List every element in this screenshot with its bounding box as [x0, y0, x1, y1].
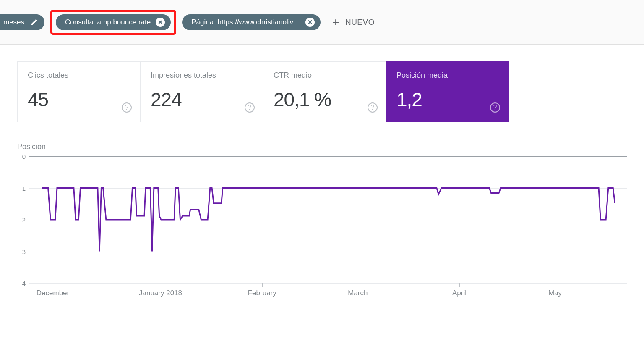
page-filter-chip[interactable]: Página: https://www.christianoliv… ✕ — [182, 14, 321, 30]
x-tick-label: April — [452, 289, 467, 297]
help-icon[interactable]: ? — [245, 102, 255, 113]
y-tick-label: 2 — [17, 216, 26, 223]
y-tick-label: 3 — [17, 248, 26, 255]
help-icon[interactable]: ? — [490, 102, 500, 113]
app-frame: meses Consulta: amp bounce rate ✕ Página… — [0, 0, 644, 352]
content-area: Clics totales45?Impresiones totales224?C… — [0, 45, 644, 352]
query-filter-chip[interactable]: Consulta: amp bounce rate ✕ — [56, 14, 171, 30]
metric-card[interactable]: Impresiones totales224? — [140, 61, 263, 122]
x-tick — [161, 283, 161, 287]
highlighted-filter: Consulta: amp bounce rate ✕ — [50, 10, 176, 35]
metric-label: Posición media — [396, 71, 498, 80]
metric-value: 1,2 — [396, 88, 498, 111]
new-filter-button[interactable]: + NUEVO — [326, 14, 381, 30]
new-filter-label: NUEVO — [345, 18, 375, 27]
metric-card[interactable]: CTR medio20,1 %? — [263, 61, 386, 122]
x-tick-label: February — [248, 289, 276, 297]
page-filter-label: Página: https://www.christianoliv… — [191, 18, 300, 26]
chart-title: Posición — [17, 142, 627, 151]
y-tick-label: 1 — [17, 184, 26, 192]
x-tick-label: December — [37, 289, 69, 297]
metric-card[interactable]: Posición media1,2? — [386, 61, 509, 122]
metric-label: Impresiones totales — [151, 71, 253, 80]
query-filter-label: Consulta: amp bounce rate — [65, 18, 151, 26]
metric-value: 224 — [151, 88, 253, 111]
metrics-row: Clics totales45?Impresiones totales224?C… — [17, 61, 627, 122]
close-icon[interactable]: ✕ — [156, 18, 165, 27]
help-icon[interactable]: ? — [122, 102, 132, 113]
metric-value: 45 — [28, 88, 130, 111]
x-tick — [262, 283, 263, 287]
date-range-chip[interactable]: meses — [0, 14, 44, 30]
x-tick — [555, 283, 555, 287]
x-tick-label: March — [348, 289, 368, 297]
y-tick-label: 4 — [17, 280, 26, 287]
metric-label: CTR medio — [274, 71, 376, 80]
help-icon[interactable]: ? — [368, 102, 378, 113]
x-tick-label: January 2018 — [139, 289, 182, 297]
date-range-label: meses — [3, 18, 24, 26]
x-axis: DecemberJanuary 2018FebruaryMarchAprilMa… — [29, 283, 627, 300]
y-tick-label: 0 — [17, 153, 26, 160]
x-tick — [358, 283, 358, 287]
pencil-icon — [29, 18, 39, 27]
metric-card[interactable]: Clics totales45? — [17, 61, 140, 122]
chart-grid: 01234 — [29, 156, 627, 283]
x-tick — [459, 283, 460, 287]
x-tick-label: May — [548, 289, 562, 297]
x-tick — [53, 283, 53, 287]
chart-area: Posición 01234 DecemberJanuary 2018Febru… — [17, 122, 627, 339]
close-icon[interactable]: ✕ — [305, 18, 315, 27]
filter-bar: meses Consulta: amp bounce rate ✕ Página… — [0, 0, 644, 45]
position-line — [29, 156, 627, 283]
metric-label: Clics totales — [28, 71, 130, 80]
metric-value: 20,1 % — [274, 88, 376, 111]
